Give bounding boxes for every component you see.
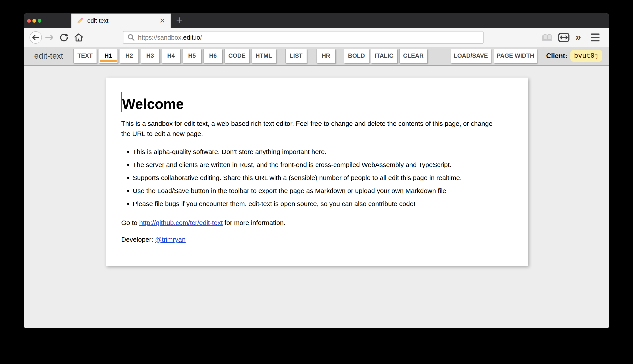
toolbar-button-italic[interactable]: ITALIC (371, 49, 398, 63)
fit-width-arrows-icon (558, 32, 570, 42)
toolbar-button-list[interactable]: LIST (286, 49, 307, 63)
toolbar-button-h4[interactable]: H4 (162, 49, 180, 63)
browser-window: edit-text ✕ + (24, 13, 609, 328)
document-bullet-list: This is alpha-quality software. Don't st… (121, 147, 512, 209)
traffic-lights (24, 13, 42, 28)
window-close-button[interactable] (27, 19, 31, 23)
url-text: https://sandbox.edit.io/ (138, 34, 202, 41)
document-editor-page[interactable]: Welcome This is a sandbox for edit-text,… (106, 78, 528, 266)
toolbar-button-bold[interactable]: BOLD (344, 49, 369, 63)
window-zoom-button[interactable] (38, 19, 42, 23)
navigation-toolbar: https://sandbox.edit.io/ » (24, 28, 609, 47)
toolbar-button-clear[interactable]: CLEAR (399, 49, 427, 63)
toolbar-button-html[interactable]: HTML (252, 49, 276, 63)
list-item: This is alpha-quality software. Don't st… (133, 147, 512, 157)
toolbar-button-page-width[interactable]: PAGE WIDTH (494, 49, 537, 63)
home-icon (74, 33, 83, 42)
active-tab-indicator (72, 13, 170, 14)
overflow-menu-button[interactable]: » (575, 32, 581, 43)
new-tab-button[interactable]: + (170, 13, 188, 28)
client-id-badge: bvut0j (570, 50, 602, 62)
pencil-favicon-icon (76, 17, 84, 25)
toolbar-button-h5[interactable]: H5 (182, 49, 202, 63)
toolbar-button-text[interactable]: TEXT (74, 49, 97, 63)
window-minimize-button[interactable] (32, 19, 36, 23)
client-info: Client: bvut0j (546, 50, 602, 62)
list-item: The server and clients are written in Ru… (133, 160, 512, 170)
list-item: Please file bugs if you encounter them. … (133, 199, 512, 209)
github-paragraph: Go to http://github.com/tcr/edit-text fo… (121, 218, 512, 228)
library-button[interactable] (542, 33, 552, 42)
intro-paragraph: This is a sandbox for edit-text, a web-b… (121, 118, 496, 139)
app-brand: edit-text (34, 51, 63, 60)
developer-paragraph: Developer: @trimryan (121, 234, 512, 244)
toolbar-button-h3[interactable]: H3 (140, 49, 160, 63)
editor-toolbar: edit-text TEXT H1 H2 H3 H4 H5 H6 CODE HT… (24, 47, 609, 66)
tab-bar: edit-text ✕ + (24, 13, 609, 28)
toolbar-separator (586, 32, 586, 42)
menu-button[interactable] (591, 34, 604, 42)
address-bar[interactable]: https://sandbox.edit.io/ (123, 31, 484, 44)
toolbar-button-code[interactable]: CODE (224, 49, 250, 63)
tab-title: edit-text (87, 18, 158, 24)
toolbar-button-hr[interactable]: HR (316, 49, 336, 63)
extension-button[interactable] (558, 32, 570, 42)
document-heading: Welcome (121, 92, 512, 112)
forward-button[interactable] (45, 34, 54, 41)
developer-link[interactable]: @trimryan (155, 236, 186, 243)
list-item: Supports collaborative editing. Share th… (133, 173, 512, 183)
toolbar-button-h2[interactable]: H2 (120, 49, 139, 63)
plus-icon: + (176, 15, 182, 25)
toolbar-button-load-save[interactable]: LOAD/SAVE (451, 49, 491, 63)
search-icon (128, 34, 135, 41)
home-button[interactable] (74, 33, 83, 42)
double-chevron-icon: » (575, 32, 581, 42)
toolbar-button-h1[interactable]: H1 (99, 49, 118, 63)
navbar-right-cluster: » (542, 32, 604, 43)
list-item: Use the Load/Save button in the toolbar … (133, 186, 512, 196)
browser-tab[interactable]: edit-text ✕ (72, 13, 170, 28)
hamburger-icon (591, 34, 600, 35)
editor-viewport: Welcome This is a sandbox for edit-text,… (24, 66, 609, 328)
reload-icon (60, 33, 68, 42)
back-button[interactable] (30, 31, 42, 44)
github-link[interactable]: http://github.com/tcr/edit-text (139, 219, 223, 226)
library-book-icon (542, 33, 552, 42)
back-arrow-icon (32, 34, 40, 41)
toolbar-button-h6[interactable]: H6 (204, 49, 222, 63)
client-label: Client: (546, 52, 567, 60)
forward-arrow-icon (45, 34, 54, 41)
tab-close-icon[interactable]: ✕ (158, 17, 166, 24)
reload-button[interactable] (60, 33, 68, 42)
